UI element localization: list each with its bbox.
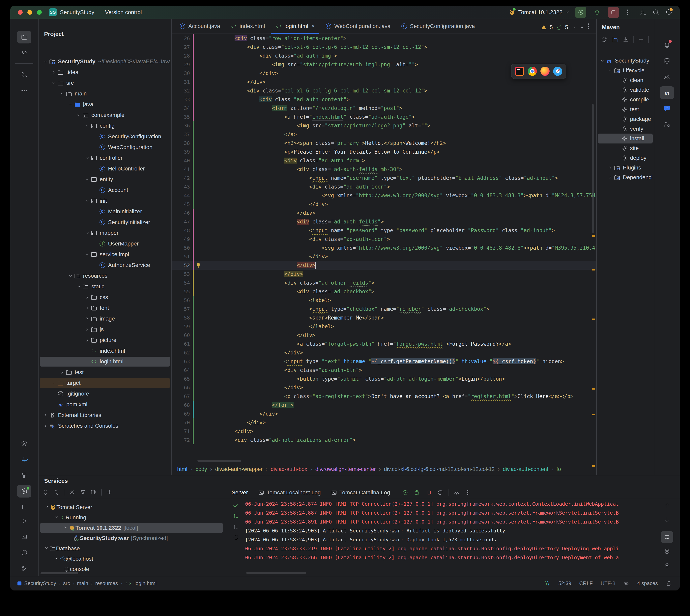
log-refresh-icon[interactable]: [437, 489, 443, 496]
tree-item-account[interactable]: CAccount: [40, 185, 170, 195]
debug-button[interactable]: [591, 7, 603, 18]
code-line-65[interactable]: 65 <button type="submit" class="ad-btn a…: [172, 374, 596, 383]
error-stripe-mark[interactable]: [592, 269, 595, 270]
code-line-26[interactable]: 26 <div class="row align-items-center">: [172, 34, 596, 43]
chevron-down-icon[interactable]: [76, 284, 82, 289]
status-path-segment[interactable]: src: [63, 580, 70, 587]
close-tab-icon[interactable]: ×: [311, 23, 315, 29]
tree-item-controller[interactable]: controller: [40, 153, 170, 163]
tree-item-font[interactable]: font: [40, 303, 170, 313]
services-horizontal-scrollbar[interactable]: [41, 572, 78, 574]
code-line-28[interactable]: 28 <div class="ad-auth-img">: [172, 51, 596, 60]
tree-item-deploy[interactable]: deploy: [598, 153, 653, 163]
tree-item-entity[interactable]: entity: [40, 174, 170, 184]
chevron-right-icon[interactable]: [84, 305, 90, 311]
services-collapse-all-icon[interactable]: [53, 489, 59, 495]
tree-item-plugins[interactable]: Plugins: [598, 163, 653, 173]
tree-item-picture[interactable]: picture: [40, 335, 170, 345]
code-line-55[interactable]: 55 <div class="ad-checkbox">: [172, 287, 596, 296]
code-line-41[interactable]: 41 <div class="ad-auth-feilds mb-30">: [172, 165, 596, 174]
maven-refresh-icon[interactable]: [601, 37, 607, 43]
log-check-green-icon[interactable]: [232, 502, 239, 509]
soft-wrap-button[interactable]: [661, 531, 673, 543]
tree-item-package[interactable]: package: [598, 114, 653, 124]
status-current-file[interactable]: login.html: [134, 580, 156, 587]
log-swap-green-icon[interactable]: [233, 513, 239, 519]
chevron-down-icon[interactable]: [59, 91, 65, 96]
service-running[interactable]: Running: [40, 513, 223, 523]
console-log[interactable]: 06-Jun-2024 23:58:24.874 INFO [RMI TCP C…: [245, 500, 654, 568]
breadcrumb-item[interactable]: div.ad-auth-wrapper: [215, 466, 263, 472]
tree-item-init[interactable]: init: [40, 196, 170, 206]
code-line-42[interactable]: 42 <input name="username" type="text" pl…: [172, 174, 596, 182]
chevron-down-icon[interactable]: [84, 230, 90, 236]
error-stripe-mark[interactable]: [592, 318, 595, 320]
code-line-62[interactable]: 62 </div>: [172, 348, 596, 357]
service-securitystudy-war[interactable]: SecurityStudy:war[Synchronized]: [40, 533, 223, 543]
code-line-59[interactable]: 59 </label>: [172, 322, 596, 331]
tree-item-index-html[interactable]: index.html: [40, 346, 170, 356]
tree-item-resources[interactable]: resources: [40, 271, 170, 281]
tree-item-verify[interactable]: verify: [598, 124, 653, 134]
chevron-down-icon[interactable]: [599, 58, 606, 63]
browser-idea-icon[interactable]: [515, 67, 524, 76]
maven-plus-icon[interactable]: [638, 37, 644, 43]
breadcrumb-item[interactable]: div.ad-auth-content: [503, 466, 548, 472]
chevron-down-icon[interactable]: [44, 545, 49, 552]
services-filter-icon[interactable]: [80, 489, 86, 495]
chevron-right-icon[interactable]: [607, 165, 614, 170]
next-problem-icon[interactable]: [579, 25, 585, 30]
service-database[interactable]: Database: [40, 544, 223, 553]
vcs-widget[interactable]: Version control: [105, 9, 144, 16]
code-line-64[interactable]: 64 <div class="ad-auth-btn">: [172, 366, 596, 374]
status-path-segment[interactable]: main: [77, 580, 88, 587]
editor-tab-webconfiguration-java[interactable]: CWebConfiguration.java: [320, 19, 396, 34]
log-tab-tomcat-catalina-log[interactable]: Tomcat Catalina Log: [327, 486, 395, 499]
code-line-72[interactable]: 72 <div class="ad-notifications ad-error…: [172, 436, 596, 444]
status-path-segment[interactable]: resources: [95, 580, 118, 587]
tree-item-maininitializer[interactable]: CMainInitializer: [40, 206, 170, 217]
zoom-window-button[interactable]: [37, 10, 42, 15]
code-line-38[interactable]: 38 <h2><span class="primary">Hello,</spa…: [172, 139, 596, 148]
tree-item-external-libraries[interactable]: External Libraries: [40, 410, 170, 420]
tree-item-login-html[interactable]: login.html: [40, 357, 170, 367]
toolbar-vcs-users-button[interactable]: [17, 47, 32, 59]
toolbar-build-button[interactable]: [17, 469, 32, 482]
log-tab-tomcat-localhost-log[interactable]: Tomcat Localhost Log: [254, 486, 325, 499]
log-more-icon[interactable]: [464, 489, 471, 496]
chevron-down-icon[interactable]: [84, 252, 90, 257]
toolbar-more-button[interactable]: [17, 84, 32, 97]
tree-item-main[interactable]: main: [40, 89, 170, 98]
tree-item--gitignore[interactable]: .gitignore: [40, 389, 170, 399]
toolbar-run-button[interactable]: [17, 514, 32, 527]
scroll-to-top-button[interactable]: [661, 500, 673, 511]
code-line-67[interactable]: 67 <p class="ad-register-text">Don't hav…: [172, 392, 596, 401]
log-gauge-icon[interactable]: [453, 489, 460, 496]
services-target-icon[interactable]: [69, 489, 75, 495]
tree-item--idea[interactable]: .idea: [40, 67, 170, 77]
code-line-45[interactable]: 45 </div>: [172, 200, 596, 208]
close-window-button[interactable]: [18, 10, 23, 15]
tree-item-java[interactable]: java: [40, 100, 170, 109]
tree-item-dependencies[interactable]: Dependencies: [598, 173, 653, 182]
file-writable-icon[interactable]: [666, 580, 672, 587]
tree-item-image[interactable]: image: [40, 314, 170, 324]
rerun-button[interactable]: [575, 7, 586, 18]
tree-item-compile[interactable]: compile: [598, 95, 653, 105]
error-stripe-mark[interactable]: [592, 465, 595, 467]
tree-item-install[interactable]: install: [598, 134, 653, 144]
add-user-icon[interactable]: [640, 8, 647, 16]
stop-server-icon[interactable]: [425, 489, 432, 496]
code-line-39[interactable]: 39 <p>Please Enter Your Details Below to…: [172, 148, 596, 156]
toolbar-services-button[interactable]: [17, 485, 32, 498]
chevron-right-icon[interactable]: [59, 370, 65, 375]
code-line-49[interactable]: 49 <div class="ad-auth-icon">: [172, 235, 596, 243]
toolbar-terminal-button[interactable]: [17, 530, 32, 543]
toolbar-maven-button[interactable]: m: [660, 86, 674, 99]
toolbar-problems-button[interactable]: [17, 546, 32, 559]
editor-tab-account-java[interactable]: CAccount.java: [174, 19, 225, 34]
code-line-61[interactable]: 61 <a class="forgot-pws-btn" href="forgo…: [172, 339, 596, 348]
code-line-44[interactable]: 44 <svg xmlns="http://www.w3.org/2000/sv…: [172, 191, 596, 200]
run-configuration[interactable]: Tomcat 10.1.2322: [509, 9, 570, 16]
toolbar-docker-button[interactable]: [17, 453, 32, 466]
